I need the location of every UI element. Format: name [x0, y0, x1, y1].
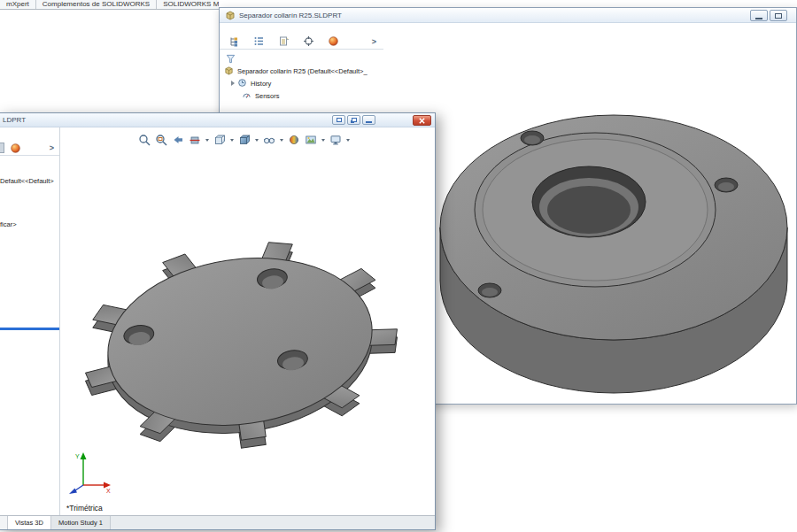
part-icon [225, 10, 236, 20]
window-button-1[interactable] [332, 115, 345, 125]
dropdown-caret-icon[interactable] [205, 139, 209, 142]
edit-appearance-icon[interactable] [287, 133, 301, 147]
tab-vistas-3d[interactable]: Vistas 3D [8, 516, 51, 529]
front-window-title: LDPRT [3, 116, 26, 124]
feature-tree: Separador collarín R25 (Default<<Default… [220, 63, 383, 102]
square-icon [337, 118, 342, 122]
previous-view-icon[interactable] [171, 133, 185, 147]
front-panel-tab-strip: > [0, 140, 59, 156]
flange-part-3d[interactable] [433, 104, 796, 405]
solidworks-screen: mXpert Complementos de SOLIDWORKS SOLIDW… [0, 0, 797, 532]
tree-item-root[interactable]: Separador collarín R25 (Default<<Default… [224, 65, 383, 77]
dropdown-caret-icon[interactable] [255, 139, 259, 142]
zoom-fit-icon[interactable] [137, 133, 151, 147]
panel-tab-strip: > [220, 34, 383, 50]
close-button[interactable] [413, 115, 431, 126]
tab-motion-study-1[interactable]: Motion Study 1 [51, 516, 111, 529]
tabbed-disc-part-3d[interactable] [70, 225, 435, 515]
dropdown-caret-icon[interactable] [280, 139, 283, 142]
filter-funnel-icon[interactable] [226, 51, 236, 66]
tree-root-fragment[interactable]: Default<<Default> [0, 177, 54, 185]
foreground-document-window: LDPRT > Default<<Default> [0, 112, 436, 530]
expand-arrow-icon[interactable] [231, 81, 235, 86]
dropdown-caret-icon[interactable] [321, 139, 325, 142]
restore-icon [352, 118, 357, 122]
section-view-icon[interactable] [188, 133, 202, 147]
view-orientation-label: *Trimétrica [66, 504, 103, 513]
tree-filter-row [220, 50, 383, 63]
view-orientation-icon[interactable] [213, 133, 227, 147]
tree-item-label: Separador collarín R25 (Default<<Default… [237, 67, 368, 75]
part-icon [224, 66, 235, 76]
dropdown-caret-icon[interactable] [346, 139, 350, 142]
dimxpertmanager-tab-icon[interactable] [303, 35, 314, 47]
sensors-icon [242, 90, 252, 101]
propertymanager-tab-icon[interactable] [253, 35, 265, 47]
tab-solidworks-addins[interactable]: Complementos de SOLIDWORKS [36, 0, 157, 9]
history-icon [237, 78, 248, 89]
configurationmanager-tab-icon[interactable] [278, 35, 290, 47]
front-window-client: > Default<<Default> ficar> [0, 127, 435, 529]
displaymanager-tab-icon[interactable] [10, 142, 21, 158]
display-style-icon[interactable] [237, 133, 251, 147]
tab-solidworks-mbd[interactable]: SOLIDWORKS MBD [157, 0, 219, 9]
displaymanager-tab-icon[interactable] [328, 35, 339, 47]
front-feature-panel: > Default<<Default> ficar> [0, 127, 60, 515]
zoom-area-icon[interactable] [154, 133, 168, 147]
tree-item-label: Sensors [255, 92, 280, 100]
hide-show-items-icon[interactable] [262, 133, 276, 147]
tree-item-history[interactable]: History [231, 77, 383, 89]
clipped-tab-icon [0, 143, 4, 153]
graphics-viewport[interactable]: Y X *Trimétrica [61, 127, 435, 515]
minimize-icon [755, 18, 762, 19]
commandmanager-tab-strip: mXpert Complementos de SOLIDWORKS SOLIDW… [0, 0, 219, 10]
panel-expand-chevron-icon[interactable]: > [372, 37, 376, 46]
view-settings-icon[interactable] [329, 133, 343, 147]
disc-top-face [71, 227, 409, 460]
tab-scroll-stub[interactable] [0, 516, 8, 529]
back-window-controls [750, 10, 787, 21]
apply-scene-icon[interactable] [304, 133, 318, 147]
back-window-title: Separador collarín R25.SLDPRT [239, 12, 342, 19]
orientation-triad: Y X [66, 448, 115, 494]
document-tab-bar: Vistas 3D Motion Study 1 [0, 515, 435, 529]
tab-dimxpert[interactable]: mXpert [0, 0, 36, 9]
front-window-titlebar[interactable]: LDPRT [0, 113, 435, 127]
tree-item-fragment[interactable]: ficar> [0, 220, 17, 228]
axis-x-label: X [106, 488, 111, 494]
maximize-icon [775, 13, 782, 19]
featuremanager-tab-icon[interactable] [228, 35, 240, 47]
tree-item-sensors[interactable]: Sensors [242, 89, 383, 102]
dropdown-caret-icon[interactable] [230, 139, 234, 142]
heads-up-view-toolbar [137, 133, 351, 147]
close-icon [418, 117, 426, 125]
minimize-button[interactable] [362, 115, 375, 125]
rollback-bar[interactable] [0, 328, 59, 330]
maximize-button[interactable] [770, 10, 787, 21]
back-window-titlebar[interactable]: Separador collarín R25.SLDPRT [220, 8, 796, 23]
tree-item-label: History [251, 80, 271, 88]
restore-button[interactable] [347, 115, 360, 125]
axis-y-label: Y [75, 453, 80, 459]
minimize-icon [366, 121, 372, 123]
minimize-button[interactable] [750, 10, 768, 21]
front-window-controls [332, 115, 375, 125]
panel-expand-chevron-icon[interactable]: > [50, 143, 54, 152]
